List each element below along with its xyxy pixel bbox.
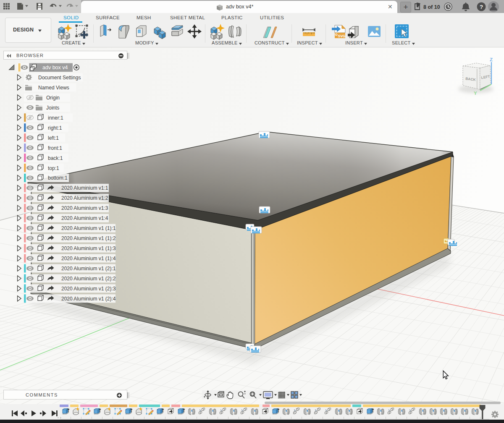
svg-text:2020 Aluminium v1:1: 2020 Aluminium v1:1 [61,185,108,191]
svg-text:8 of 10: 8 of 10 [423,4,440,10]
svg-text:2020 Aluminium v1 (1):3: 2020 Aluminium v1 (1):3 [61,245,116,251]
svg-text:Named Views: Named Views [38,85,69,91]
svg-text:2020 Aluminium v1 (2):3: 2020 Aluminium v1 (2):3 [61,286,116,292]
svg-text:adv box v4: adv box v4 [42,65,68,70]
svg-text:right:1: right:1 [48,125,62,131]
svg-text:top:1: top:1 [48,165,59,171]
svg-text:2020 Aluminium v1 (2):4: 2020 Aluminium v1 (2):4 [61,296,116,302]
svg-text:2020 Aluminium v1:3: 2020 Aluminium v1:3 [61,205,108,211]
svg-text:2020 Aluminium v1 (1):4: 2020 Aluminium v1 (1):4 [61,256,116,261]
svg-text:left:1: left:1 [48,135,59,141]
svg-text:2020 Aluminium v1:4: 2020 Aluminium v1:4 [61,215,108,221]
svg-text:back:1: back:1 [48,155,63,161]
svg-text:2020 Aluminium v1 (2):1: 2020 Aluminium v1 (2):1 [61,266,116,272]
svg-text:Origin: Origin [46,95,60,101]
svg-text:Joints: Joints [46,105,59,111]
svg-text:front:1: front:1 [48,145,62,151]
svg-text:Y: Y [474,91,477,96]
svg-text:inner:1: inner:1 [48,115,63,121]
svg-text:Z: Z [490,57,493,62]
svg-text:2020 Aluminium v1:2: 2020 Aluminium v1:2 [61,195,108,201]
svg-text:2020 Aluminium v1 (2):2: 2020 Aluminium v1 (2):2 [61,276,116,282]
svg-text:bottom:1: bottom:1 [48,175,68,181]
svg-text:?: ? [480,4,483,10]
svg-text:2020 Aluminium v1 (1):2: 2020 Aluminium v1 (1):2 [61,235,116,241]
svg-text:2020 Aluminium v1 (1):1: 2020 Aluminium v1 (1):1 [61,225,116,231]
svg-text:Document Settings: Document Settings [38,75,81,81]
svg-text:SVG: SVG [338,34,346,38]
